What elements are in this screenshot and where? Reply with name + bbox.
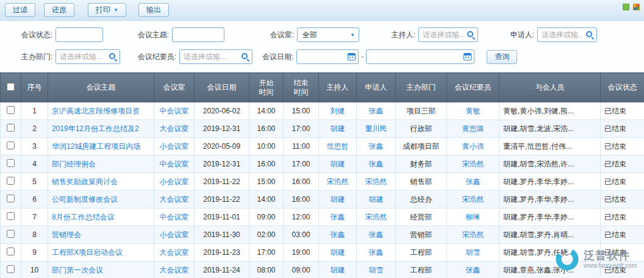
topic-link[interactable]: 京沪高速北京段维修项目资 xyxy=(52,107,140,115)
host-link[interactable]: 范思哲 xyxy=(327,142,349,151)
topic-link[interactable]: 工程部X项目启动会议 xyxy=(52,248,123,257)
apps-grid-icon[interactable] xyxy=(633,4,640,10)
column-header[interactable]: 结束时间 xyxy=(284,73,319,102)
applicant-link[interactable]: 张鑫 xyxy=(369,107,384,115)
room-link[interactable]: 大会议室 xyxy=(160,266,189,274)
topic-link[interactable]: 华润12城房建工程项目内场 xyxy=(52,142,140,151)
host-link[interactable]: 胡建 xyxy=(331,266,345,274)
meeting-room-select[interactable]: 全部 ▼ xyxy=(297,27,359,42)
room-link[interactable]: 中会议室 xyxy=(160,107,189,115)
row-checkbox[interactable] xyxy=(7,265,15,273)
cell-host: 胡建 xyxy=(319,244,357,262)
column-header[interactable]: 申请人 xyxy=(357,73,396,102)
applicant-link[interactable]: 胡雪 xyxy=(369,266,384,274)
row-checkbox[interactable] xyxy=(7,124,15,132)
row-checkbox-cell xyxy=(1,262,21,278)
column-header[interactable]: 主持人 xyxy=(319,73,357,102)
room-link[interactable]: 小会议室 xyxy=(160,142,189,151)
applicant-link[interactable]: 宋浩然 xyxy=(365,177,387,186)
recorder-link[interactable]: 黄小强 xyxy=(462,142,484,151)
column-header[interactable]: 会议纪要员 xyxy=(447,73,499,102)
room-link[interactable]: 中会议室 xyxy=(160,213,189,221)
search-icon[interactable] xyxy=(241,52,249,61)
recorder-link[interactable]: 宋浩然 xyxy=(462,160,484,168)
host-link[interactable]: 张鑫 xyxy=(331,213,345,221)
column-header[interactable]: 会议日期 xyxy=(195,73,249,102)
topic-link[interactable]: 部门经理例会 xyxy=(52,160,96,168)
search-icon[interactable] xyxy=(109,52,117,61)
applicant-link[interactable]: 张鑫 xyxy=(369,230,384,239)
recorder-link[interactable]: 黄敏 xyxy=(466,107,481,115)
recorder-label: 会议纪要员: xyxy=(130,52,176,62)
recorder-link[interactable]: 张鑫 xyxy=(466,177,481,186)
table-row: 6公司新制度修改会议大会议室2019-11-2214:0016:00胡建胡建总经… xyxy=(1,191,644,208)
calendar-icon[interactable] xyxy=(348,53,356,60)
row-checkbox[interactable] xyxy=(7,106,15,114)
meeting-status-input[interactable] xyxy=(55,27,103,42)
output-button[interactable]: 输出 xyxy=(138,3,169,17)
recorder-link[interactable]: 张鑫 xyxy=(466,266,481,274)
cell-topic: 部门经理例会 xyxy=(48,155,154,173)
recorder-link[interactable]: 宋浩然 xyxy=(462,230,484,239)
applicant-link[interactable]: 胡建 xyxy=(369,195,384,204)
filter-button[interactable]: 过滤 xyxy=(5,3,35,17)
host-link[interactable]: 胡建 xyxy=(331,248,345,257)
column-header[interactable]: 序号 xyxy=(21,73,48,102)
row-checkbox[interactable] xyxy=(7,212,15,220)
theme-icon[interactable] xyxy=(623,4,629,10)
cell-date: 2019-11-30 xyxy=(195,226,249,244)
row-checkbox[interactable] xyxy=(7,141,15,149)
applicant-link[interactable]: 宋浩然 xyxy=(365,213,387,221)
topic-link[interactable]: 营销理会 xyxy=(52,230,81,239)
select-all-checkbox[interactable] xyxy=(7,83,15,91)
row-checkbox[interactable] xyxy=(7,248,15,255)
row-checkbox[interactable] xyxy=(7,177,15,185)
cell-topic: 2019年12月份工作总结及2 xyxy=(48,120,154,138)
search-icon[interactable] xyxy=(585,30,594,39)
restore-button[interactable]: 还原 xyxy=(44,3,74,17)
room-link[interactable]: 大会议室 xyxy=(160,124,189,133)
recorder-link[interactable]: 黄思璐 xyxy=(462,124,484,133)
meeting-topic-input[interactable] xyxy=(172,27,224,42)
search-icon[interactable] xyxy=(467,30,475,39)
room-link[interactable]: 小会议室 xyxy=(160,177,189,186)
room-link[interactable]: 中会议室 xyxy=(160,160,189,168)
recorder-link[interactable]: 宋浩然 xyxy=(462,195,484,204)
topic-link[interactable]: 2019年12月份工作总结及2 xyxy=(52,124,139,133)
applicant-link[interactable]: 张鑫 xyxy=(369,248,384,257)
column-header[interactable]: 主办部门 xyxy=(396,73,447,102)
column-header[interactable]: 会议状态 xyxy=(601,73,644,102)
topic-link[interactable]: 部门第一次会议 xyxy=(52,266,103,274)
applicant-link[interactable]: 张鑫 xyxy=(369,142,384,151)
cell-recorder: 胡雪 xyxy=(447,244,499,262)
row-checkbox[interactable] xyxy=(7,194,15,202)
host-link[interactable]: 胡建 xyxy=(331,195,345,204)
room-link[interactable]: 大会议室 xyxy=(160,248,189,257)
column-header[interactable]: 开始时间 xyxy=(249,73,284,102)
row-checkbox[interactable] xyxy=(7,230,15,238)
meeting-date-end-input[interactable] xyxy=(366,49,474,64)
recorder-link[interactable]: 胡雪 xyxy=(466,248,481,257)
column-header[interactable]: 会议主题 xyxy=(48,73,154,102)
row-checkbox[interactable] xyxy=(7,159,15,167)
host-link[interactable]: 张鑫 xyxy=(331,230,345,239)
host-link[interactable]: 宋浩然 xyxy=(327,177,349,186)
room-link[interactable]: 小会议室 xyxy=(160,230,189,239)
cell-room: 中会议室 xyxy=(154,102,195,120)
applicant-link[interactable]: 张鑫 xyxy=(369,160,384,168)
topic-link[interactable]: 公司新制度修改会议 xyxy=(52,195,118,204)
host-link[interactable]: 胡建 xyxy=(331,124,345,133)
print-button[interactable]: 打印 ▼ xyxy=(88,3,126,17)
host-link[interactable]: 胡建 xyxy=(331,160,345,168)
applicant-link[interactable]: 董川民 xyxy=(365,124,387,133)
host-link[interactable]: 刘健 xyxy=(331,107,345,115)
column-header[interactable]: 会议室 xyxy=(154,73,195,102)
recorder-link[interactable]: 柳琳 xyxy=(466,213,481,221)
room-link[interactable]: 大会议室 xyxy=(160,195,189,204)
topic-link[interactable]: 销售奖励政策商讨会 xyxy=(52,177,118,186)
cell-dept: 销售部 xyxy=(396,173,447,191)
column-header[interactable]: 与会人员 xyxy=(499,73,601,102)
topic-link[interactable]: 8月份工作总结会议 xyxy=(52,213,115,221)
calendar-icon[interactable] xyxy=(463,53,471,60)
query-button[interactable]: 查询 xyxy=(487,50,517,64)
